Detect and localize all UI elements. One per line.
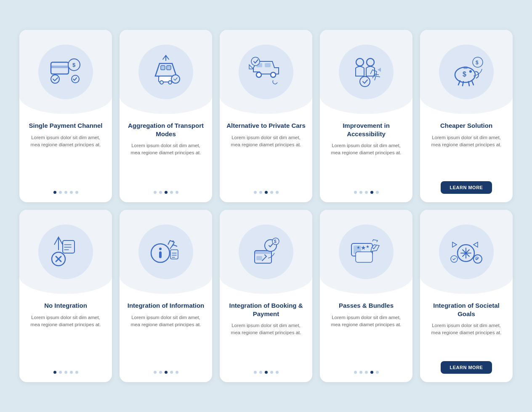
card-icon-area: $ — [19, 30, 112, 114]
dot-3 — [270, 191, 273, 194]
svg-point-21 — [360, 77, 370, 87]
card-passes-bundles: ★ ★ ★ Passes & Bundles Lorem ipsum dolor… — [320, 210, 412, 382]
card-title: Aggregation of Transport Modes — [120, 121, 212, 138]
card-dots — [254, 191, 279, 194]
card-title: Improvement in Accessibility — [320, 121, 412, 138]
dot-4 — [75, 371, 78, 374]
card-icon-area — [120, 30, 212, 114]
dot-2 — [64, 191, 67, 194]
card-icon-area — [19, 210, 112, 294]
card-icon-area: $ $ — [420, 30, 513, 114]
dot-2 — [365, 191, 368, 194]
svg-point-15 — [256, 72, 261, 77]
card-single-payment: $ Single Payment Channel Lorem ipsum dol… — [19, 30, 112, 202]
svg-point-16 — [271, 72, 276, 77]
card-dots — [354, 371, 379, 374]
nointegration-icon — [47, 233, 85, 271]
card-alternative-cars: Alternative to Private Cars Lorem ipsum … — [220, 30, 312, 202]
card-icon-area — [320, 30, 412, 114]
card-cheaper-solution: $ $ Cheaper Solution Lorem ipsum dolor s… — [420, 30, 513, 202]
dot-0 — [154, 191, 157, 194]
car-icon — [247, 53, 285, 91]
dot-4 — [276, 371, 279, 374]
card-icon-area — [220, 30, 312, 114]
card-title: Passes & Bundles — [332, 301, 400, 310]
dot-1 — [359, 191, 362, 194]
svg-rect-1 — [51, 66, 69, 68]
card-body: Lorem ipsum dolor sit dim amet, mea regi… — [19, 314, 112, 365]
card-title: Cheaper Solution — [434, 121, 499, 130]
card-dots — [53, 191, 78, 194]
card-integration-information: Integration of Information Lorem ipsum d… — [120, 210, 212, 382]
dot-3 — [170, 371, 173, 374]
passes-icon: ★ ★ ★ — [347, 233, 385, 271]
dot-1 — [59, 371, 62, 374]
dot-3 — [70, 191, 73, 194]
card-grid: $ Single Payment Channel Lorem ipsum dol… — [19, 30, 513, 382]
svg-rect-33 — [159, 251, 162, 258]
svg-text:★: ★ — [356, 245, 360, 250]
dot-1 — [59, 191, 62, 194]
card-icon-area — [120, 210, 212, 294]
card-integration-societal: Integration of Societal Goals Lorem ipsu… — [420, 210, 513, 382]
svg-point-24 — [469, 70, 472, 73]
booking-icon: $ — [247, 233, 285, 271]
card-title: Integration of Information — [121, 301, 211, 310]
societal-icon — [447, 233, 485, 271]
svg-text:★: ★ — [366, 244, 370, 249]
svg-point-4 — [51, 75, 59, 83]
svg-point-32 — [159, 248, 162, 250]
svg-point-20 — [367, 58, 374, 66]
card-icon-area — [420, 210, 513, 294]
svg-rect-14 — [265, 63, 271, 67]
dot-2 — [165, 371, 168, 374]
dot-3 — [70, 371, 73, 374]
card-body: Lorem ipsum dolor sit dim amet, mea regi… — [120, 142, 212, 185]
card-body: Lorem ipsum dolor sit dim amet, mea regi… — [220, 322, 312, 365]
dot-2 — [365, 371, 368, 374]
svg-rect-26 — [463, 66, 468, 69]
card-title: Integration of Booking & Payment — [220, 301, 312, 318]
card-integration-booking: $ Integration of Booking & Payment Lorem… — [220, 210, 312, 382]
dot-1 — [259, 191, 262, 194]
card-body: Lorem ipsum dolor sit dim amet, mea regi… — [420, 134, 513, 176]
dot-0 — [354, 371, 357, 374]
dot-1 — [359, 371, 362, 374]
card-dots — [254, 371, 279, 374]
card-dots — [354, 191, 379, 194]
dot-3 — [170, 191, 173, 194]
dot-4 — [176, 371, 178, 374]
dot-3 — [370, 191, 373, 194]
dot-4 — [75, 191, 78, 194]
transport-icon — [147, 53, 185, 91]
dot-2 — [165, 191, 168, 194]
piggy-icon: $ $ — [447, 53, 485, 91]
dot-2 — [64, 371, 67, 374]
dot-1 — [259, 371, 262, 374]
svg-text:$: $ — [463, 71, 466, 78]
svg-text:$: $ — [476, 60, 479, 66]
learn-more-button[interactable]: LEARN MORE — [441, 181, 492, 194]
learn-more-button[interactable]: LEARN MORE — [441, 361, 492, 374]
card-dots — [53, 371, 78, 374]
svg-marker-22 — [378, 68, 381, 72]
card-title: No Integration — [37, 301, 94, 310]
dot-0 — [53, 371, 56, 374]
dot-0 — [53, 191, 56, 194]
dot-4 — [376, 191, 379, 194]
dot-1 — [159, 191, 162, 194]
dot-4 — [376, 371, 379, 374]
svg-rect-8 — [167, 66, 171, 70]
card-title: Integration of Societal Goals — [420, 301, 513, 318]
card-no-integration: No Integration Lorem ipsum dolor sit dim… — [19, 210, 112, 382]
card-body: Lorem ipsum dolor sit dim amet, mea regi… — [120, 314, 212, 365]
dot-0 — [254, 371, 257, 374]
svg-rect-38 — [256, 256, 262, 260]
dot-2 — [265, 371, 268, 374]
card-dots — [154, 191, 178, 194]
svg-rect-30 — [63, 240, 74, 253]
card-dots — [154, 371, 178, 374]
dot-3 — [270, 371, 273, 374]
card-body: Lorem ipsum dolor sit dim amet, mea regi… — [420, 322, 513, 355]
svg-point-19 — [356, 58, 364, 66]
